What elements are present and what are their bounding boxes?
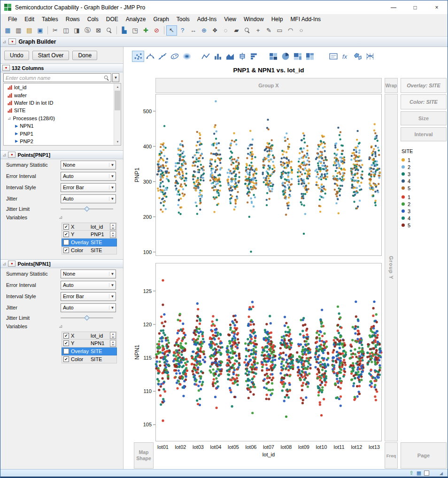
copy-icon[interactable]: ◫ bbox=[61, 25, 71, 36]
scrollbar-thumb[interactable] bbox=[115, 91, 120, 110]
element-bar-icon[interactable] bbox=[212, 51, 224, 62]
dropzone-group-x[interactable]: Group X bbox=[155, 78, 382, 93]
resize-grip-icon[interactable]: ◢ bbox=[440, 471, 443, 476]
grabber-tool-icon[interactable]: ❖ bbox=[209, 25, 220, 36]
minimize-button[interactable]: — bbox=[383, 0, 404, 14]
variable-checkbox[interactable]: ✔ bbox=[63, 224, 69, 230]
disclosure-triangle-icon[interactable]: ⊿ bbox=[59, 215, 62, 220]
element-box-plot-icon[interactable] bbox=[236, 51, 248, 62]
new-data-table-icon[interactable]: ▦ bbox=[2, 25, 13, 36]
lock-icon[interactable]: ⊠ bbox=[93, 25, 104, 36]
error-interval-dropdown[interactable]: Auto▼ bbox=[61, 172, 116, 181]
save-icon[interactable]: ▣ bbox=[35, 25, 46, 36]
menu-graph[interactable]: Graph bbox=[149, 15, 172, 23]
exclude-icon[interactable]: ⊘ bbox=[151, 25, 162, 36]
element-line-of-fit-icon[interactable] bbox=[156, 51, 169, 62]
undo-button[interactable]: Undo bbox=[4, 51, 29, 60]
column-item[interactable]: Wafer ID in lot ID bbox=[4, 99, 114, 107]
column-item[interactable]: lot_id bbox=[4, 84, 114, 91]
spinner-control[interactable]: ▲▼ bbox=[110, 231, 116, 238]
column-search-input[interactable] bbox=[3, 73, 111, 82]
legend-item[interactable]: 1 bbox=[402, 193, 413, 200]
globe-tool-icon[interactable]: ⊕ bbox=[199, 25, 209, 36]
variable-row-x[interactable]: ✔Xlot_id▲▼ bbox=[62, 332, 117, 339]
menu-edit[interactable]: Edit bbox=[21, 15, 38, 23]
element-map-shapes-icon[interactable] bbox=[352, 51, 364, 62]
start-over-button[interactable]: Start Over bbox=[32, 51, 70, 60]
column-item[interactable]: wafer bbox=[4, 91, 114, 99]
red-triangle-menu-icon[interactable]: ▼ bbox=[8, 261, 15, 267]
jitter-limit-slider[interactable] bbox=[61, 206, 113, 212]
done-button[interactable]: Done bbox=[72, 51, 97, 60]
search-icon[interactable] bbox=[104, 25, 115, 36]
caption-tool-icon[interactable]: ▭ bbox=[274, 25, 285, 36]
error-interval-dropdown[interactable]: Auto▼ bbox=[61, 281, 116, 290]
element-line-icon[interactable] bbox=[200, 51, 212, 62]
status-checkbox[interactable] bbox=[424, 470, 429, 476]
add-ins-icon[interactable]: ✚ bbox=[140, 25, 151, 36]
open-icon[interactable]: ▤ bbox=[24, 25, 35, 36]
dropzone-color[interactable]: Color: SITE bbox=[401, 94, 447, 109]
element-contour-icon[interactable] bbox=[181, 51, 193, 62]
menu-analyze[interactable]: Analyze bbox=[122, 15, 150, 23]
maximize-button[interactable]: □ bbox=[404, 0, 426, 14]
disclosure-triangle-icon[interactable]: ⊿ bbox=[2, 262, 6, 266]
column-item[interactable]: ▶NPN1 bbox=[4, 122, 114, 130]
legend-item[interactable]: 1 bbox=[402, 156, 413, 163]
variable-row-y[interactable]: ✔YPNP1▲▼ bbox=[62, 231, 117, 239]
variable-row-overlay[interactable]: OverlaySITE bbox=[62, 347, 117, 355]
new-journal-icon[interactable]: ▥ bbox=[13, 25, 24, 36]
npn1-scatter-chart[interactable]: 105110115120125NPN1 bbox=[133, 263, 385, 441]
copy-as-script-icon[interactable]: Ⓢ bbox=[82, 25, 93, 36]
legend-item[interactable]: 2 bbox=[402, 200, 413, 208]
disclosure-triangle-icon[interactable]: ⊿ bbox=[59, 324, 62, 329]
menu-view[interactable]: View bbox=[220, 15, 240, 23]
x-axis-title[interactable]: lot_id bbox=[155, 452, 382, 457]
variable-checkbox[interactable]: ✔ bbox=[63, 340, 69, 346]
variable-checkbox[interactable] bbox=[63, 239, 69, 245]
variable-checkbox[interactable]: ✔ bbox=[63, 247, 69, 253]
data-table-icon[interactable]: ▦ bbox=[417, 470, 421, 476]
menu-doe[interactable]: DOE bbox=[102, 15, 122, 23]
brush-tool-icon[interactable]: ▰ bbox=[231, 25, 242, 36]
menu-tools[interactable]: Tools bbox=[173, 15, 193, 23]
variable-row-overlay[interactable]: OverlaySITE bbox=[62, 239, 117, 247]
group-disclosure-icon[interactable]: ⊿ bbox=[8, 116, 11, 121]
spinner-control[interactable]: ▲▼ bbox=[110, 340, 116, 347]
legend-item[interactable]: 4 bbox=[402, 215, 413, 222]
menu-rows[interactable]: Rows bbox=[62, 15, 84, 23]
scroll-up-icon[interactable]: ▲ bbox=[114, 84, 121, 90]
jitter-dropdown[interactable]: Auto▼ bbox=[61, 303, 116, 312]
jitter-limit-slider[interactable] bbox=[61, 315, 113, 321]
variable-row-color[interactable]: ✔ColorSITE bbox=[62, 355, 117, 363]
menu-add-ins[interactable]: Add-Ins bbox=[193, 15, 220, 23]
element-histogram-icon[interactable] bbox=[248, 51, 261, 62]
element-pie-icon[interactable] bbox=[279, 51, 292, 62]
spinner-control[interactable]: ▲▼ bbox=[110, 223, 116, 230]
menu-file[interactable]: File bbox=[4, 15, 21, 23]
menu-window[interactable]: Window bbox=[240, 15, 268, 23]
element-smoother-icon[interactable] bbox=[144, 51, 156, 62]
legend-item[interactable]: 2 bbox=[402, 163, 413, 170]
column-item[interactable]: ▶PNP2 bbox=[4, 138, 114, 145]
spinner-control[interactable]: ▲▼ bbox=[110, 332, 116, 339]
legend-item[interactable]: 4 bbox=[402, 177, 413, 185]
jitter-dropdown[interactable]: Auto▼ bbox=[61, 194, 116, 203]
variable-checkbox[interactable]: ✔ bbox=[63, 231, 69, 237]
zoom-tool-icon[interactable] bbox=[242, 25, 253, 36]
element-area-icon[interactable] bbox=[224, 51, 236, 62]
polygon-tool-icon[interactable]: ◠ bbox=[285, 25, 296, 36]
move-tool-icon[interactable]: ↔ bbox=[188, 25, 199, 36]
red-triangle-menu-icon[interactable]: ▼ bbox=[8, 152, 15, 158]
variable-checkbox[interactable]: ✔ bbox=[63, 333, 69, 339]
dropzone-wrap[interactable]: Wrap bbox=[385, 78, 398, 93]
variable-checkbox[interactable] bbox=[63, 348, 69, 354]
column-item[interactable]: SITE bbox=[4, 107, 114, 114]
menu-cols[interactable]: Cols bbox=[84, 15, 102, 23]
element-points-icon[interactable] bbox=[132, 51, 144, 62]
dropzone-group-y[interactable]: Group Y bbox=[385, 94, 398, 441]
dropzone-overlay[interactable]: Overlay: SITE bbox=[401, 78, 447, 93]
disclosure-triangle-icon[interactable]: ⊿ bbox=[2, 39, 6, 44]
legend-item[interactable]: 3 bbox=[402, 208, 413, 215]
interval-style-dropdown[interactable]: Error Bar▼ bbox=[61, 183, 116, 192]
